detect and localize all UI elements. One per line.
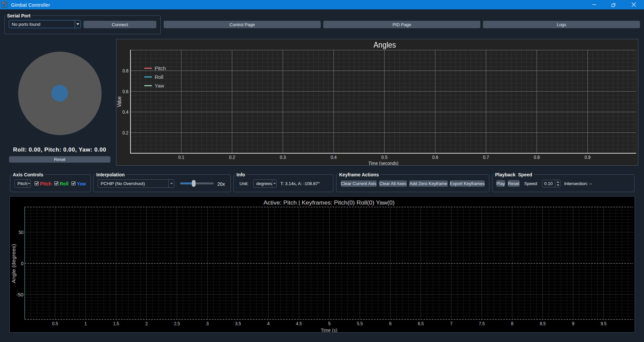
svg-text:0.4: 0.4 [331, 154, 337, 160]
svg-text:3.5: 3.5 [235, 321, 241, 326]
svg-text:-50: -50 [16, 291, 23, 297]
svg-text:3: 3 [206, 321, 209, 326]
svg-text:6: 6 [389, 321, 392, 326]
svg-text:50: 50 [19, 229, 24, 235]
svg-text:0.2: 0.2 [229, 154, 235, 160]
svg-text:0.3: 0.3 [280, 154, 286, 160]
svg-text:0.5: 0.5 [381, 154, 387, 160]
svg-text:0.8: 0.8 [122, 68, 128, 73]
svg-text:0.2: 0.2 [122, 130, 128, 135]
svg-text:1.5: 1.5 [113, 321, 119, 326]
svg-text:0.6: 0.6 [432, 154, 438, 160]
svg-text:5: 5 [328, 321, 331, 326]
svg-text:2.5: 2.5 [174, 321, 180, 326]
svg-text:Value: Value [116, 96, 122, 107]
svg-text:0.7: 0.7 [483, 154, 489, 160]
svg-text:8: 8 [511, 321, 514, 326]
svg-text:0.4: 0.4 [122, 109, 128, 115]
svg-text:0.5: 0.5 [52, 321, 58, 326]
svg-text:0.9: 0.9 [585, 154, 591, 160]
svg-text:0.6: 0.6 [122, 89, 128, 94]
svg-text:Angles: Angles [374, 40, 396, 49]
svg-text:0.1: 0.1 [178, 154, 184, 160]
svg-text:Active: Pitch | Keyframes: Pit: Active: Pitch | Keyframes: Pitch(0) Roll… [264, 199, 395, 206]
svg-text:0: 0 [21, 260, 24, 266]
svg-text:Yaw: Yaw [155, 83, 164, 89]
svg-text:Time (s): Time (s) [321, 328, 337, 332]
svg-text:4.5: 4.5 [296, 321, 302, 326]
svg-text:7: 7 [450, 321, 453, 326]
svg-text:6.5: 6.5 [418, 321, 424, 326]
svg-text:7.5: 7.5 [479, 321, 485, 326]
svg-text:Time (seconds): Time (seconds) [368, 161, 398, 165]
svg-text:Pitch: Pitch [155, 65, 166, 71]
svg-text:5.5: 5.5 [357, 321, 363, 326]
svg-text:0.8: 0.8 [534, 154, 540, 160]
svg-text:2: 2 [145, 321, 148, 326]
svg-text:8.5: 8.5 [540, 321, 546, 326]
svg-text:1: 1 [84, 321, 87, 326]
svg-text:Angle (degrees): Angle (degrees) [11, 244, 16, 283]
svg-text:9.5: 9.5 [601, 321, 607, 326]
svg-text:Roll: Roll [155, 74, 163, 80]
svg-text:9: 9 [572, 321, 575, 326]
svg-text:4: 4 [267, 321, 270, 326]
